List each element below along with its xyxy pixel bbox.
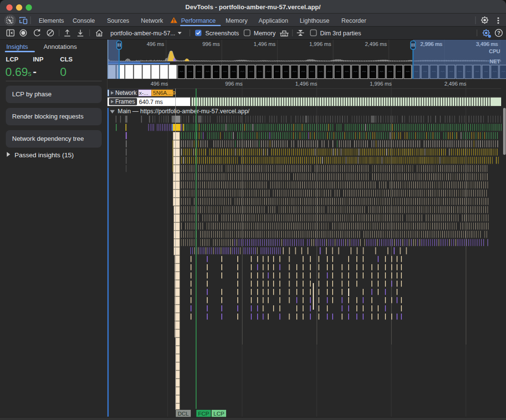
svg-text:Main — https://portfolio-amber: Main — https://portfolio-amber-mu-57.ver…	[118, 108, 250, 115]
svg-text:5N6A...: 5N6A...	[153, 90, 171, 96]
svg-text:Sources: Sources	[107, 17, 129, 24]
svg-text:1,996 ms: 1,996 ms	[309, 41, 332, 47]
svg-text:996 ms: 996 ms	[202, 41, 220, 47]
svg-text:x-...: x-...	[139, 90, 148, 96]
svg-text:LCP: LCP	[214, 411, 225, 417]
svg-text:1,496 ms: 1,496 ms	[254, 41, 276, 47]
svg-text:Elements: Elements	[39, 17, 64, 24]
svg-text:Network: Network	[115, 90, 137, 96]
svg-text:NET: NET	[490, 59, 500, 64]
svg-text:Network: Network	[141, 17, 164, 24]
svg-text:Application: Application	[259, 17, 288, 24]
svg-text:2,496 ms: 2,496 ms	[365, 41, 387, 47]
svg-text:996 ms: 996 ms	[225, 81, 243, 87]
svg-text:Memory: Memory	[226, 17, 248, 24]
svg-text:2,996 ms: 2,996 ms	[420, 41, 443, 47]
svg-text:Recorder: Recorder	[341, 17, 366, 24]
svg-text:Console: Console	[73, 17, 95, 24]
svg-text:496 ms: 496 ms	[147, 41, 165, 47]
svg-text:portfolio-amber-mu-57...: portfolio-amber-mu-57...	[110, 30, 175, 37]
svg-text:?: ?	[497, 30, 501, 36]
svg-text:DCL: DCL	[178, 411, 189, 417]
svg-text:640.7 ms: 640.7 ms	[139, 99, 163, 105]
svg-text:Dim 3rd parties: Dim 3rd parties	[320, 30, 361, 37]
svg-text:2,496 ms: 2,496 ms	[445, 81, 467, 87]
svg-text:CPU: CPU	[489, 48, 500, 54]
svg-text:Performance: Performance	[181, 17, 216, 24]
svg-text:Lighthouse: Lighthouse	[300, 17, 329, 24]
svg-text:1,996 ms: 1,996 ms	[370, 81, 392, 87]
svg-text:1,496 ms: 1,496 ms	[295, 81, 318, 87]
svg-text:496 ms: 496 ms	[151, 81, 169, 87]
svg-text:3,496 ms: 3,496 ms	[476, 41, 498, 47]
svg-text:FCP: FCP	[198, 411, 209, 417]
svg-text:Frames: Frames	[115, 98, 135, 105]
svg-text:Screenshots: Screenshots	[205, 30, 239, 37]
svg-text:Memory: Memory	[254, 30, 276, 37]
